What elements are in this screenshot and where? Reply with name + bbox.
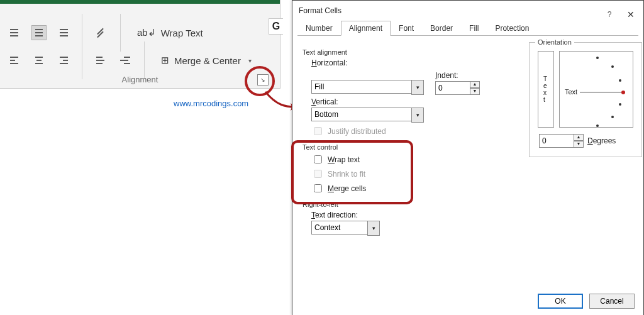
ribbon-group-label: Alignment [0,75,280,84]
chevron-down-icon[interactable]: ▾ [367,221,380,236]
shrink-to-fit-checkbox: Shrink to fit [311,168,633,180]
align-left-icon[interactable] [8,53,23,68]
spin-down-icon[interactable]: ▼ [574,141,584,148]
ribbon-alignment-group: ab↲ Wrap Text ⊞ Merge & Center ▾ Alignme… [0,0,280,89]
merge-cells-cb-label: Merge cells [328,184,366,193]
degrees-spinner[interactable]: ▲▼ [539,134,584,148]
partial-button-g[interactable]: G [269,18,283,35]
degrees-value[interactable] [539,134,574,148]
horizontal-combo[interactable]: ▾ [311,80,424,95]
merge-center-icon: ⊞ [161,55,169,66]
format-cells-dialog: Format Cells ? ✕ Number Alignment Font B… [292,0,644,315]
align-center-icon[interactable] [31,53,47,68]
chevron-down-icon[interactable]: ▾ [411,80,424,95]
merge-center-button[interactable]: ⊞ Merge & Center ▾ [156,50,257,71]
wrap-text-button[interactable]: ab↲ Wrap Text [132,22,208,43]
cancel-button[interactable]: Cancel [589,294,635,309]
rtl-heading: Right-to-left [303,201,633,208]
justify-distributed-label: Justify distributed [328,127,386,136]
dialog-body: Text alignment Horizontal: ▾ Indent: ▲▼ [292,36,643,285]
vertical-value[interactable] [311,108,411,121]
increase-indent-icon[interactable] [118,53,133,68]
indent-value[interactable] [435,81,470,95]
tab-font[interactable]: Font [391,21,422,36]
wrap-text-cb-label: Wrap text [328,155,360,164]
separator [144,41,145,79]
dialog-titlebar[interactable]: Format Cells ? ✕ [292,1,643,21]
dialog-tabs: Number Alignment Font Border Fill Protec… [297,21,638,36]
align-right-icon[interactable] [55,53,70,68]
orientation-group: Orientation Text Text [529,38,642,157]
ribbon-accent-bar [0,0,280,4]
close-icon[interactable]: ✕ [625,4,637,17]
align-bottom-right-icon[interactable] [55,25,70,40]
merge-cells-checkbox[interactable]: Merge cells [311,182,633,194]
text-direction-value[interactable] [311,221,367,235]
tab-border[interactable]: Border [422,21,461,36]
merge-center-label: Merge & Center [174,55,241,66]
indent-spinner[interactable]: ▲▼ [435,81,480,95]
text-direction-label: Text direction: [311,211,633,219]
orientation-vertical-text[interactable]: Text [538,51,554,128]
tab-fill[interactable]: Fill [461,21,487,36]
orientation-icon[interactable] [94,25,109,40]
screenshot-canvas: ab↲ Wrap Text ⊞ Merge & Center ▾ Alignme… [0,0,644,315]
decrease-indent-icon[interactable] [94,53,109,68]
dialog-title-text: Format Cells [299,6,341,15]
text-direction-combo[interactable]: ▾ [311,221,380,236]
wrap-text-icon: ab↲ [137,27,156,38]
chevron-down-icon: ▾ [248,57,252,64]
spin-up-icon[interactable]: ▲ [470,81,480,88]
horizontal-value[interactable] [311,80,411,94]
orientation-legend: Orientation [535,38,574,46]
align-top-left-icon[interactable] [8,25,23,40]
wrap-text-label: Wrap Text [161,28,203,38]
watermark-url: www.mrcodings.com [174,99,248,108]
spin-down-icon[interactable]: ▼ [470,88,480,95]
orientation-handle-icon [621,91,625,94]
dialog-launcher-icon[interactable]: ↘ [257,74,269,86]
spin-up-icon[interactable]: ▲ [574,134,584,141]
chevron-down-icon[interactable]: ▾ [411,108,424,123]
shrink-label: Shrink to fit [328,170,365,179]
degrees-label: Degrees [587,136,616,145]
indent-label: Indent: [435,71,480,80]
orientation-dial[interactable]: Text [559,51,633,128]
vertical-combo[interactable]: ▾ [311,108,424,123]
tab-alignment[interactable]: Alignment [341,21,391,36]
tab-protection[interactable]: Protection [487,21,537,36]
ok-button[interactable]: OK [538,294,583,309]
separator [82,41,82,79]
orientation-text-label: Text [565,88,577,96]
align-middle-center-icon[interactable] [31,25,47,40]
dialog-footer: OK Cancel [292,287,643,315]
help-icon[interactable]: ? [603,4,616,17]
tab-number[interactable]: Number [297,21,341,36]
